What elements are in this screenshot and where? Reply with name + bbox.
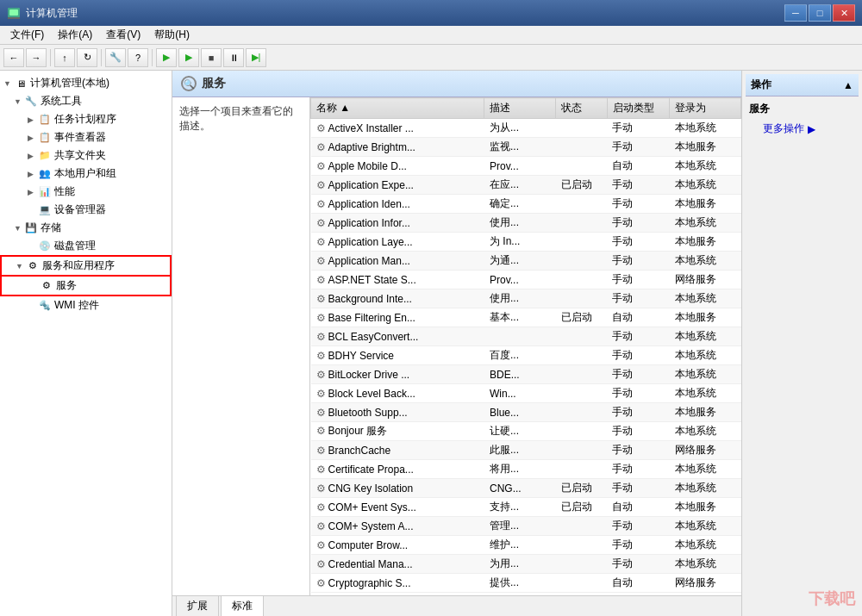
tab-expand[interactable]: 扩展 <box>176 595 219 616</box>
service-desc: 监视... <box>484 138 556 157</box>
pause-button[interactable]: ⏸ <box>223 48 244 67</box>
storage-toggle[interactable]: ▼ <box>14 224 24 233</box>
maximize-button[interactable]: □ <box>809 4 831 22</box>
up-button[interactable]: ↑ <box>54 48 75 67</box>
table-row[interactable]: ⚙ActiveX Installer ... 为从... 手动 本地系统 <box>311 119 741 138</box>
table-row[interactable]: ⚙BCL EasyConvert... 手动 本地系统 <box>311 327 741 346</box>
task-toggle[interactable]: ▶ <box>28 115 38 124</box>
users-icon: 👥 <box>38 167 52 181</box>
service-logon: 本地系统 <box>670 555 741 574</box>
table-row[interactable]: ⚙Base Filtering En... 基本... 已启动 自动 本地服务 <box>311 308 741 327</box>
more-actions-button[interactable]: 更多操作 ▶ <box>746 120 859 138</box>
table-row[interactable]: ⚙COM+ System A... 管理... 手动 本地系统 <box>311 517 741 536</box>
service-name: ⚙Application Man... <box>311 252 484 271</box>
tree-device-manager[interactable]: 💻 设备管理器 <box>0 201 172 219</box>
minimize-button[interactable]: ─ <box>784 4 807 22</box>
service-desc: 为用... <box>484 555 556 574</box>
tree-local-users[interactable]: ▶ 👥 本地用户和组 <box>0 165 172 183</box>
table-row[interactable]: ⚙Block Level Back... Win... 手动 本地系统 <box>311 384 741 403</box>
table-row[interactable]: ⚙Background Inte... 使用... 手动 本地系统 <box>311 289 741 308</box>
col-logon[interactable]: 登录为 <box>670 98 741 119</box>
collapse-icon[interactable]: ▲ <box>843 79 853 91</box>
services-table-area[interactable]: 名称 ▲ 描述 状态 启动类型 登录为 ⚙ActiveX Installer .… <box>310 97 741 595</box>
tree-storage[interactable]: ▼ 💾 存储 <box>0 219 172 237</box>
tree-disk-mgmt[interactable]: 💿 磁盘管理 <box>0 237 172 255</box>
tree-event-viewer[interactable]: ▶ 📋 事件查看器 <box>0 128 172 146</box>
service-desc: 在应... <box>484 176 556 195</box>
service-starttype: 手动 <box>607 271 669 289</box>
service-starttype: 手动 <box>607 327 669 346</box>
table-row[interactable]: ⚙Computer Brow... 维护... 手动 本地系统 <box>311 536 741 555</box>
close-button[interactable]: ✕ <box>833 4 855 22</box>
tree-wmi[interactable]: 🔩 WMI 控件 <box>0 296 172 314</box>
tree-system-tools[interactable]: ▼ 🔧 系统工具 <box>0 92 172 110</box>
table-row[interactable]: ⚙Bonjour 服务 让硬... 手动 本地系统 <box>311 422 741 441</box>
table-row[interactable]: ⚙Application Iden... 确定... 手动 本地服务 <box>311 195 741 214</box>
service-desc: 为 In... <box>484 233 556 252</box>
tree-performance[interactable]: ▶ 📊 性能 <box>0 183 172 201</box>
table-row[interactable]: ⚙ASP.NET State S... Prov... 手动 网络服务 <box>311 271 741 289</box>
table-row[interactable]: ⚙BDHY Service 百度... 手动 本地系统 <box>311 346 741 365</box>
table-row[interactable]: ⚙Bluetooth Supp... Blue... 手动 本地服务 <box>311 403 741 422</box>
col-desc[interactable]: 描述 <box>484 98 556 119</box>
event-toggle[interactable]: ▶ <box>28 134 38 142</box>
col-status[interactable]: 状态 <box>556 98 607 119</box>
refresh-button[interactable]: ↻ <box>77 48 97 67</box>
table-row[interactable]: ⚙Adaptive Brightm... 监视... 手动 本地服务 <box>311 138 741 157</box>
stop-button[interactable]: ■ <box>201 48 222 67</box>
play-button[interactable]: ▶ <box>156 48 177 67</box>
service-logon: 本地系统 <box>670 479 741 498</box>
col-name[interactable]: 名称 ▲ <box>311 98 484 119</box>
service-desc: Prov... <box>484 271 556 289</box>
service-status <box>556 346 607 365</box>
services-apps-toggle[interactable]: ▼ <box>16 262 26 271</box>
table-row[interactable]: ⚙BranchCache 此服... 手动 网络服务 <box>311 441 741 460</box>
menu-view[interactable]: 查看(V) <box>99 26 147 44</box>
service-status <box>556 271 607 289</box>
service-name: ⚙BitLocker Drive ... <box>311 365 484 384</box>
back-button[interactable]: ← <box>3 48 24 67</box>
menu-action[interactable]: 操作(A) <box>51 26 99 44</box>
table-row[interactable]: ⚙Certificate Propa... 将用... 手动 本地系统 <box>311 460 741 479</box>
tree-services[interactable]: ⚙ 服务 <box>0 275 172 296</box>
table-row[interactable]: ⚙Cryptographic S... 提供... 自动 网络服务 <box>311 574 741 593</box>
disk-icon: 💿 <box>38 240 52 253</box>
col-starttype[interactable]: 启动类型 <box>607 98 669 119</box>
service-desc: 使用... <box>484 289 556 308</box>
service-desc: 支持... <box>484 498 556 517</box>
table-row[interactable]: ⚙Application Man... 为通... 手动 本地系统 <box>311 252 741 271</box>
table-row[interactable]: ⚙Credential Mana... 为用... 手动 本地系统 <box>311 555 741 574</box>
service-status <box>556 517 607 536</box>
service-starttype: 手动 <box>607 555 669 574</box>
system-tools-toggle[interactable]: ▼ <box>14 97 24 106</box>
menu-help[interactable]: 帮助(H) <box>147 26 197 44</box>
table-row[interactable]: ⚙BitLocker Drive ... BDE... 手动 本地系统 <box>311 365 741 384</box>
tree-root[interactable]: ▼ 🖥 计算机管理(本地) <box>0 74 172 92</box>
table-row[interactable]: ⚙Apple Mobile D... Prov... 自动 本地系统 <box>311 157 741 176</box>
service-name: ⚙Computer Brow... <box>311 536 484 555</box>
users-toggle[interactable]: ▶ <box>28 170 38 178</box>
service-logon: 本地系统 <box>670 214 741 233</box>
shared-toggle[interactable]: ▶ <box>28 152 38 160</box>
properties-button[interactable]: 🔧 <box>105 48 126 67</box>
service-status <box>556 384 607 403</box>
service-desc: Prov... <box>484 157 556 176</box>
tree-task-scheduler[interactable]: ▶ 📋 任务计划程序 <box>0 110 172 128</box>
forward-button[interactable]: → <box>26 48 47 67</box>
help-button[interactable]: ? <box>128 48 148 67</box>
perf-toggle[interactable]: ▶ <box>28 188 38 196</box>
services-panel-header: 🔍 服务 <box>172 71 741 97</box>
play2-button[interactable]: ▶ <box>178 48 199 67</box>
service-status <box>556 441 607 460</box>
root-toggle[interactable]: ▼ <box>3 79 14 88</box>
step-button[interactable]: ▶| <box>246 48 266 67</box>
table-row[interactable]: ⚙CNG Key Isolation CNG... 已启动 手动 本地系统 <box>311 479 741 498</box>
table-row[interactable]: ⚙Application Infor... 使用... 手动 本地系统 <box>311 214 741 233</box>
table-row[interactable]: ⚙COM+ Event Sys... 支持... 已启动 自动 本地服务 <box>311 498 741 517</box>
table-row[interactable]: ⚙Application Laye... 为 In... 手动 本地服务 <box>311 233 741 252</box>
menu-file[interactable]: 文件(F) <box>3 26 51 44</box>
tree-services-apps[interactable]: ▼ ⚙ 服务和应用程序 <box>0 255 172 277</box>
tree-shared-folders[interactable]: ▶ 📁 共享文件夹 <box>0 146 172 165</box>
table-row[interactable]: ⚙Application Expe... 在应... 已启动 手动 本地系统 <box>311 176 741 195</box>
tab-standard[interactable]: 标准 <box>221 595 264 616</box>
